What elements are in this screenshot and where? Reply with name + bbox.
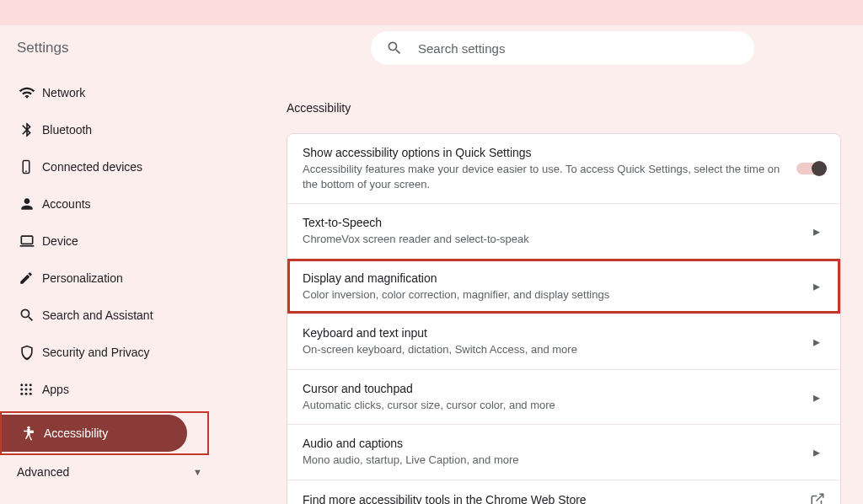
row-subtitle: On-screen keyboard, dictation, Switch Ac…: [303, 342, 803, 357]
sidebar-item-network[interactable]: Network: [0, 74, 219, 111]
apps-grid-icon: [19, 382, 42, 397]
sidebar-item-label: Search and Assistant: [42, 308, 153, 322]
row-title: Audio and captions: [303, 437, 803, 450]
row-display-magnification[interactable]: Display and magnification Color inversio…: [287, 259, 840, 314]
chevron-right-icon: ▸: [813, 444, 825, 460]
row-subtitle: Color inversion, color correction, magni…: [303, 287, 803, 303]
sidebar-item-label: Personalization: [42, 271, 123, 285]
sidebar-item-label: Connected devices: [42, 160, 142, 174]
open-external-icon: [810, 492, 825, 504]
app-title: Settings: [17, 40, 371, 56]
sidebar-item-search-assistant[interactable]: Search and Assistant: [0, 297, 219, 334]
row-text-to-speech[interactable]: Text-to-Speech ChromeVox screen reader a…: [287, 203, 840, 259]
sidebar-item-label: Security and Privacy: [42, 346, 150, 359]
window-top-accent: [0, 0, 863, 25]
row-cursor-touchpad[interactable]: Cursor and touchpad Automatic clicks, cu…: [287, 369, 840, 425]
row-title: Keyboard and text input: [303, 326, 803, 340]
sidebar-item-label: Accounts: [42, 197, 91, 211]
row-keyboard-text-input[interactable]: Keyboard and text input On-screen keyboa…: [287, 314, 840, 369]
row-quick-settings[interactable]: Show accessibility options in Quick Sett…: [287, 134, 840, 203]
shield-icon: [19, 344, 42, 361]
search-input[interactable]: [418, 41, 739, 56]
svg-point-6: [29, 383, 32, 386]
sidebar-item-label: Device: [42, 234, 78, 248]
search-field[interactable]: [371, 31, 754, 65]
row-title: Cursor and touchpad: [303, 382, 803, 395]
section-title: Accessibility: [287, 101, 841, 115]
sidebar-item-label: Apps: [42, 383, 69, 396]
person-icon: [19, 196, 42, 212]
accessibility-icon: [20, 425, 44, 442]
sidebar: Network Bluetooth Connected devices Acco…: [0, 71, 219, 504]
svg-rect-2: [21, 236, 32, 244]
chevron-right-icon: ▸: [813, 223, 825, 239]
svg-point-5: [25, 383, 28, 386]
row-title: Find more accessibility tools in the Chr…: [303, 493, 800, 504]
svg-point-11: [25, 393, 28, 395]
sidebar-item-bluetooth[interactable]: Bluetooth: [0, 111, 219, 148]
bluetooth-icon: [19, 121, 42, 138]
quick-settings-toggle[interactable]: [796, 163, 825, 174]
chevron-down-icon: ▼: [193, 467, 202, 477]
edit-icon: [19, 271, 42, 286]
svg-point-13: [27, 426, 29, 429]
app-header: Settings: [0, 25, 863, 71]
chevron-right-icon: ▸: [813, 278, 825, 294]
sidebar-item-apps[interactable]: Apps: [0, 371, 219, 408]
row-webstore-link[interactable]: Find more accessibility tools in the Chr…: [287, 480, 840, 504]
svg-point-12: [29, 393, 32, 395]
row-title: Text-to-Speech: [303, 216, 803, 229]
chevron-right-icon: ▸: [813, 334, 825, 350]
sidebar-item-device[interactable]: Device: [0, 223, 219, 260]
sidebar-item-accessibility[interactable]: Accessibility: [2, 415, 187, 452]
phone-icon: [19, 159, 42, 174]
svg-point-7: [20, 389, 23, 391]
row-title: Display and magnification: [303, 271, 803, 285]
svg-point-8: [25, 389, 28, 391]
laptop-icon: [19, 233, 42, 249]
row-subtitle: Automatic clicks, cursor size, cursor co…: [303, 398, 803, 413]
chevron-right-icon: ▸: [813, 389, 825, 405]
sidebar-item-label: Bluetooth: [42, 123, 92, 137]
sidebar-item-security-privacy[interactable]: Security and Privacy: [0, 334, 219, 371]
search-icon: [19, 307, 42, 324]
svg-point-10: [20, 393, 23, 395]
svg-line-14: [817, 494, 823, 501]
search-icon: [386, 40, 403, 56]
row-subtitle: Mono audio, startup, Live Caption, and m…: [303, 453, 803, 468]
sidebar-advanced-toggle[interactable]: Advanced ▼: [0, 455, 219, 479]
wifi-icon: [19, 84, 42, 101]
sidebar-item-accounts[interactable]: Accounts: [0, 185, 219, 223]
row-subtitle: Accessibility features make your device …: [303, 162, 786, 191]
row-subtitle: ChromeVox screen reader and select-to-sp…: [303, 232, 803, 247]
sidebar-item-connected-devices[interactable]: Connected devices: [0, 148, 219, 185]
sidebar-item-label: Network: [42, 86, 85, 99]
content-area: Accessibility Show accessibility options…: [219, 71, 863, 504]
svg-point-4: [20, 383, 23, 386]
sidebar-item-label: Accessibility: [44, 426, 108, 440]
sidebar-highlight-box: Accessibility: [0, 411, 209, 455]
sidebar-item-personalization[interactable]: Personalization: [0, 260, 219, 297]
row-title: Show accessibility options in Quick Sett…: [303, 146, 786, 159]
main-layout: Network Bluetooth Connected devices Acco…: [0, 71, 863, 504]
advanced-label: Advanced: [17, 465, 69, 479]
settings-card: Show accessibility options in Quick Sett…: [287, 133, 841, 504]
row-audio-captions[interactable]: Audio and captions Mono audio, startup, …: [287, 424, 840, 480]
svg-point-9: [29, 389, 32, 391]
